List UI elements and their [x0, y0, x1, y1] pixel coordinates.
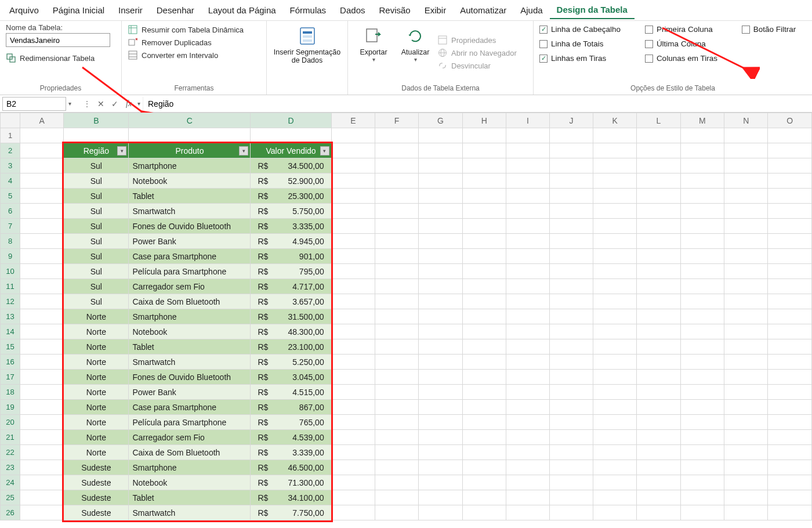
cell-O13[interactable]: [768, 309, 812, 324]
formula-input[interactable]: [143, 97, 812, 111]
cell-J1[interactable]: [549, 128, 593, 143]
cell-E25[interactable]: [331, 490, 375, 505]
cell-E3[interactable]: [331, 158, 375, 173]
cell-K7[interactable]: [593, 219, 637, 234]
cell-G25[interactable]: [419, 490, 462, 505]
cell-N18[interactable]: [724, 385, 768, 400]
cell-F18[interactable]: [375, 385, 418, 400]
cell-L21[interactable]: [637, 430, 680, 445]
row-header-4[interactable]: 4: [1, 173, 20, 189]
cell-B8[interactable]: Sul: [64, 234, 129, 249]
cell-I8[interactable]: [506, 234, 550, 249]
cell-K21[interactable]: [593, 430, 637, 445]
cell-J9[interactable]: [549, 249, 593, 264]
cell-I18[interactable]: [506, 385, 550, 400]
row-header-5[interactable]: 5: [1, 189, 20, 204]
cell-M7[interactable]: [680, 219, 724, 234]
summarize-pivot-button[interactable]: Resumir com Tabela Dinâmica: [128, 23, 260, 36]
cell-A13[interactable]: [20, 309, 64, 324]
cell-M5[interactable]: [680, 189, 724, 204]
checkbox-filter-button[interactable]: Botão Filtrar: [742, 23, 806, 35]
cell-N1[interactable]: [724, 128, 768, 143]
cell-J3[interactable]: [549, 158, 593, 173]
row-header-16[interactable]: 16: [1, 355, 20, 370]
cell-L4[interactable]: [637, 173, 680, 189]
cell-F17[interactable]: [375, 370, 418, 385]
filter-dropdown-icon[interactable]: ▾: [239, 146, 248, 155]
cell-E11[interactable]: [331, 279, 375, 294]
cell-A12[interactable]: [20, 294, 64, 309]
cell-E4[interactable]: [331, 173, 375, 189]
cell-A11[interactable]: [20, 279, 64, 294]
cell-M1[interactable]: [680, 128, 724, 143]
cell-D9[interactable]: R$901,00: [251, 249, 331, 264]
cell-C3[interactable]: Smartphone: [129, 158, 251, 173]
cell-H9[interactable]: [462, 249, 506, 264]
cell-F8[interactable]: [375, 234, 418, 249]
column-header-K[interactable]: K: [593, 113, 637, 128]
cell-A14[interactable]: [20, 324, 64, 339]
cell-A15[interactable]: [20, 339, 64, 355]
cell-F4[interactable]: [375, 173, 418, 189]
cell-E14[interactable]: [331, 324, 375, 339]
cell-G11[interactable]: [419, 279, 462, 294]
cell-E5[interactable]: [331, 189, 375, 204]
cell-F5[interactable]: [375, 189, 418, 204]
cell-C17[interactable]: Fones de Ouvido Bluetooth: [129, 370, 251, 385]
cell-B7[interactable]: Sul: [64, 219, 129, 234]
checkbox-last-col[interactable]: Última Coluna: [645, 38, 728, 50]
cell-A26[interactable]: [20, 505, 64, 520]
cell-N6[interactable]: [724, 204, 768, 219]
cell-I15[interactable]: [506, 339, 550, 355]
cell-G18[interactable]: [419, 385, 462, 400]
cell-K14[interactable]: [593, 324, 637, 339]
cell-K25[interactable]: [593, 490, 637, 505]
menu-ajuda[interactable]: Ajuda: [513, 2, 549, 19]
menu-f-rmulas[interactable]: Fórmulas: [283, 2, 334, 19]
row-header-22[interactable]: 22: [1, 445, 20, 460]
cell-C1[interactable]: [129, 128, 251, 143]
cell-J8[interactable]: [549, 234, 593, 249]
cell-K11[interactable]: [593, 279, 637, 294]
cell-H13[interactable]: [462, 309, 506, 324]
cell-D11[interactable]: R$4.717,00: [251, 279, 331, 294]
cell-D14[interactable]: R$48.300,00: [251, 324, 331, 339]
cell-O17[interactable]: [768, 370, 812, 385]
cell-E22[interactable]: [331, 445, 375, 460]
cell-F22[interactable]: [375, 445, 418, 460]
cell-N11[interactable]: [724, 279, 768, 294]
cell-N17[interactable]: [724, 370, 768, 385]
cell-C10[interactable]: Película para Smartphone: [129, 264, 251, 279]
cell-E2[interactable]: [331, 143, 375, 158]
cell-B18[interactable]: Norte: [64, 385, 129, 400]
cell-G22[interactable]: [419, 445, 462, 460]
cell-H24[interactable]: [462, 475, 506, 490]
accept-formula-button[interactable]: ✓: [108, 97, 121, 110]
cell-F9[interactable]: [375, 249, 418, 264]
cell-H7[interactable]: [462, 219, 506, 234]
cell-C25[interactable]: Tablet: [129, 490, 251, 505]
cell-M3[interactable]: [680, 158, 724, 173]
cell-K16[interactable]: [593, 355, 637, 370]
cell-C2[interactable]: Produto▾: [129, 143, 251, 158]
cell-E24[interactable]: [331, 475, 375, 490]
cell-E13[interactable]: [331, 309, 375, 324]
cell-M11[interactable]: [680, 279, 724, 294]
cell-N15[interactable]: [724, 339, 768, 355]
cell-K10[interactable]: [593, 264, 637, 279]
cell-B12[interactable]: Sul: [64, 294, 129, 309]
cell-G3[interactable]: [419, 158, 462, 173]
spreadsheet-grid[interactable]: ABCDEFGHIJKLMNO12Região▾Produto▾Valor Ve…: [0, 113, 812, 528]
cell-A2[interactable]: [20, 143, 64, 158]
cell-A18[interactable]: [20, 385, 64, 400]
row-header-15[interactable]: 15: [1, 339, 20, 355]
cell-O18[interactable]: [768, 385, 812, 400]
cell-H14[interactable]: [462, 324, 506, 339]
column-header-B[interactable]: B: [64, 113, 129, 128]
cell-M14[interactable]: [680, 324, 724, 339]
row-header-11[interactable]: 11: [1, 279, 20, 294]
cell-C9[interactable]: Case para Smartphone: [129, 249, 251, 264]
cell-J13[interactable]: [549, 309, 593, 324]
cell-L14[interactable]: [637, 324, 680, 339]
row-header-21[interactable]: 21: [1, 430, 20, 445]
